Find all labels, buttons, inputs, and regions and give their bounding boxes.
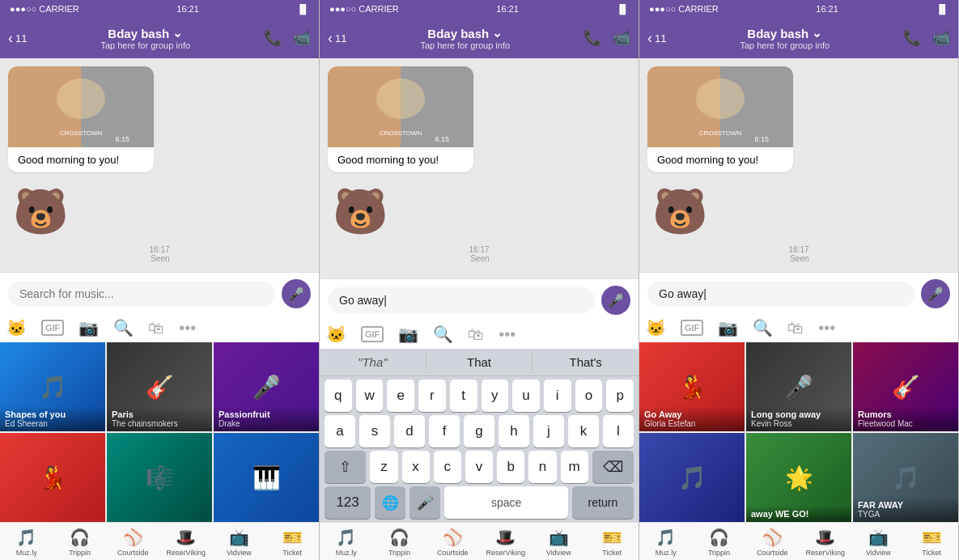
back-button-2[interactable]: ‹ 11 — [328, 30, 346, 47]
header-subtitle-2[interactable]: Tap here for group info — [353, 40, 577, 50]
video-icon-2[interactable]: 📹 — [613, 29, 630, 47]
nav-muzly-1[interactable]: 🎵 Muz.ly — [6, 528, 47, 557]
kb-space[interactable]: space — [444, 486, 567, 519]
kb-n[interactable]: n — [528, 451, 556, 483]
nav-ticket-2[interactable]: 🎫 Ticket — [592, 528, 632, 557]
kb-i[interactable]: i — [544, 380, 571, 412]
message-input-3[interactable] — [647, 281, 914, 307]
autocomplete-2[interactable]: That — [426, 354, 533, 371]
header-title-3[interactable]: Bday bash ⌄ — [673, 26, 897, 40]
gif-icon-1[interactable]: GIF — [41, 320, 64, 336]
header-subtitle-3[interactable]: Tap here for group info — [673, 40, 897, 50]
more-icon-3[interactable]: ••• — [818, 319, 835, 337]
music-item-3-3[interactable]: 🎸 Rumors Fleetwood Mac — [853, 342, 958, 431]
image-bubble-2[interactable]: CROSSTOWN 6:15 Good morning to you! — [328, 66, 473, 172]
kb-y[interactable]: y — [482, 380, 509, 412]
kb-j[interactable]: j — [533, 415, 564, 448]
music-item-3-2[interactable]: 🎤 Long song away Kevin Ross — [746, 342, 851, 431]
kb-x[interactable]: x — [402, 451, 430, 483]
nav-reserviking-3[interactable]: 🎩 ReserViking — [805, 528, 846, 557]
nav-vidview-3[interactable]: 📺 Vidview — [858, 528, 898, 557]
nav-trippin-3[interactable]: 🎧 Trippin — [698, 528, 739, 557]
shop-icon-1[interactable]: 🛍 — [148, 319, 164, 337]
kb-123[interactable]: 123 — [325, 486, 371, 519]
kb-globe[interactable]: 🌐 — [375, 486, 405, 519]
kb-f[interactable]: f — [429, 415, 460, 448]
music-item-1-2[interactable]: 🎸 Paris The chainsmokers — [107, 342, 212, 431]
music-item-3-6[interactable]: 🎵 FAR AWAY TYGA — [853, 433, 958, 522]
music-item-1-5[interactable]: 🎼 — [107, 433, 212, 522]
mic-button-2[interactable]: 🎤 — [601, 286, 630, 315]
kb-c[interactable]: c — [434, 451, 461, 483]
music-item-1-3[interactable]: 🎤 Passionfruit Drake — [214, 342, 319, 431]
kb-l[interactable]: l — [603, 415, 634, 448]
nav-reserviking-2[interactable]: 🎩 ReserViking — [486, 528, 526, 557]
kb-d[interactable]: d — [394, 415, 425, 448]
mic-button-1[interactable]: 🎤 — [282, 279, 311, 308]
kb-p[interactable]: p — [606, 380, 634, 412]
kb-m[interactable]: m — [561, 451, 588, 483]
video-icon-3[interactable]: 📹 — [932, 29, 950, 47]
kb-s[interactable]: s — [359, 415, 390, 448]
back-button-1[interactable]: ‹ 11 — [8, 30, 27, 47]
image-bubble-1[interactable]: CROSSTOWN 6:15 Good morning to you! — [8, 66, 154, 172]
camera-icon-2[interactable]: 📷 — [398, 325, 418, 344]
header-subtitle-1[interactable]: Tap here for group info — [33, 40, 257, 50]
nav-courtside-3[interactable]: ⚾ Courtside — [752, 528, 792, 557]
search-icon-2[interactable]: 🔍 — [433, 325, 453, 344]
message-input-1[interactable] — [8, 281, 275, 307]
image-bubble-3[interactable]: CROSSTOWN 6:15 Good morning to you! — [647, 66, 793, 172]
shop-icon-2[interactable]: 🛍 — [468, 325, 484, 344]
nav-vidview-2[interactable]: 📺 Vidview — [538, 528, 579, 557]
kb-mic[interactable]: 🎤 — [409, 486, 440, 519]
nav-reserviking-1[interactable]: 🎩 ReserViking — [166, 528, 206, 557]
music-item-3-1[interactable]: 💃 Go Away Gloria Estefan — [639, 342, 745, 431]
search-icon-3[interactable]: 🔍 — [753, 318, 773, 337]
camera-icon-3[interactable]: 📷 — [718, 318, 738, 337]
nav-muzly-2[interactable]: 🎵 Muz.ly — [326, 528, 367, 557]
gif-icon-3[interactable]: GIF — [681, 320, 703, 336]
kb-v[interactable]: v — [465, 451, 493, 483]
nav-courtside-2[interactable]: ⚾ Courtside — [432, 528, 473, 557]
kb-o[interactable]: o — [575, 380, 603, 412]
call-icon-2[interactable]: 📞 — [583, 29, 601, 47]
music-item-1-4[interactable]: 💃 — [0, 433, 105, 522]
call-icon-1[interactable]: 📞 — [264, 29, 282, 47]
message-input-2[interactable] — [328, 287, 595, 313]
emoji-icon-2[interactable]: 🐱 — [326, 325, 346, 344]
kb-u[interactable]: u — [512, 380, 540, 412]
autocomplete-1[interactable]: "Tha" — [320, 354, 426, 371]
kb-g[interactable]: g — [464, 415, 494, 448]
kb-shift[interactable]: ⇧ — [325, 451, 366, 483]
music-item-1-6[interactable]: 🎹 — [214, 433, 319, 522]
search-icon-1[interactable]: 🔍 — [113, 318, 134, 337]
nav-ticket-1[interactable]: 🎫 Ticket — [272, 528, 312, 557]
back-button-3[interactable]: ‹ 11 — [647, 30, 666, 47]
more-icon-2[interactable]: ••• — [499, 325, 516, 344]
nav-trippin-1[interactable]: 🎧 Trippin — [59, 528, 100, 557]
kb-z[interactable]: z — [370, 451, 397, 483]
autocomplete-3[interactable]: That's — [533, 354, 639, 371]
gif-icon-2[interactable]: GIF — [361, 326, 384, 342]
kb-return[interactable]: return — [572, 486, 634, 519]
nav-muzly-3[interactable]: 🎵 Muz.ly — [646, 528, 686, 557]
camera-icon-1[interactable]: 📷 — [79, 318, 99, 337]
video-icon-1[interactable]: 📹 — [293, 29, 311, 47]
header-title-2[interactable]: Bday bash ⌄ — [353, 26, 577, 40]
shop-icon-3[interactable]: 🛍 — [787, 319, 804, 337]
emoji-icon-3[interactable]: 🐱 — [646, 318, 666, 337]
emoji-icon-1[interactable]: 🐱 — [6, 318, 27, 337]
kb-e[interactable]: e — [387, 380, 414, 412]
nav-courtside-1[interactable]: ⚾ Courtside — [112, 528, 153, 557]
music-item-1-1[interactable]: 🎵 Shapes of you Ed Sheeran — [0, 342, 105, 431]
mic-button-3[interactable]: 🎤 — [921, 279, 950, 308]
music-item-3-4[interactable]: 🎵 — [639, 433, 745, 522]
kb-w[interactable]: w — [356, 380, 384, 412]
header-title-1[interactable]: Bday bash ⌄ — [33, 26, 257, 40]
kb-q[interactable]: q — [325, 380, 352, 412]
music-item-3-5[interactable]: 🌟 away WE GO! — [746, 433, 851, 522]
call-icon-3[interactable]: 📞 — [903, 29, 921, 47]
kb-h[interactable]: h — [499, 415, 529, 448]
kb-k[interactable]: k — [568, 415, 599, 448]
kb-delete[interactable]: ⌫ — [592, 451, 634, 483]
